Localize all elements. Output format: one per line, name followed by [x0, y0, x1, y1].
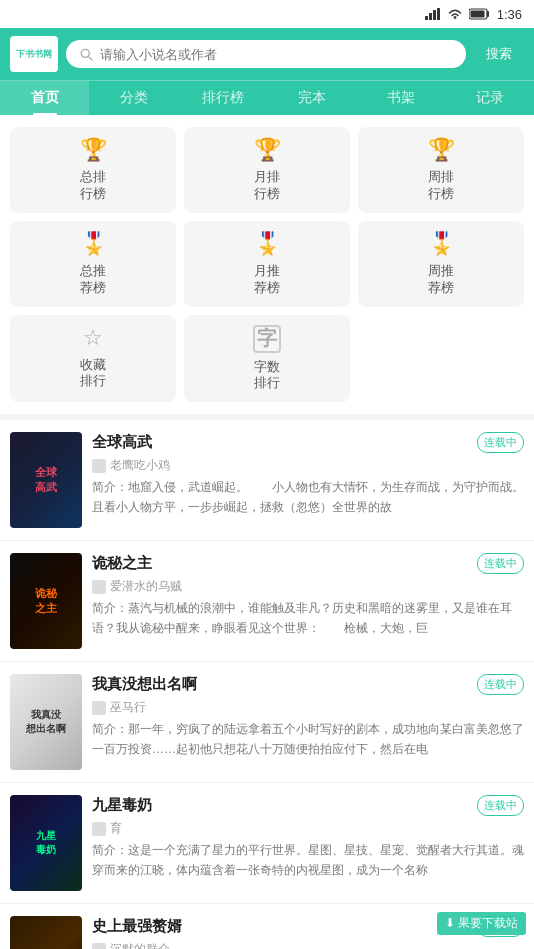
- rank-total-label: 总排行榜: [80, 169, 106, 203]
- svg-rect-0: [425, 16, 428, 20]
- rank-recommend-weekly[interactable]: 🎖️ 周推荐榜: [358, 221, 524, 307]
- trophy-monthly-icon: 🏆: [254, 137, 281, 163]
- book-info-3: 我真没想出名啊 连载中 巫马行 简介：那一年，穷疯了的陆远拿着五个小时写好的剧本…: [92, 674, 524, 770]
- book-author-row-4: 育: [92, 820, 524, 837]
- search-icon: [78, 46, 94, 62]
- svg-rect-3: [437, 8, 440, 20]
- status-badge-4: 连载中: [477, 795, 524, 816]
- book-item[interactable]: 我真没想出名啊 我真没想出名啊 连载中 巫马行 简介：那一年，穷疯了的陆远拿着五…: [0, 662, 534, 783]
- rank-words[interactable]: 字 字数排行: [184, 315, 350, 403]
- book-desc-2: 简介：蒸汽与机械的浪潮中，谁能触及非凡？历史和黑暗的迷雾里，又是谁在耳语？我从诡…: [92, 599, 524, 637]
- cover-text-1: 全球高武: [31, 461, 61, 500]
- book-title-row-4: 九星毒奶 连载中: [92, 795, 524, 816]
- nav-tabs: 首页 分类 排行榜 完本 书架 记录: [0, 80, 534, 115]
- svg-rect-5: [470, 11, 484, 18]
- book-author-row-5: 沉默的群众: [92, 941, 524, 949]
- tab-complete[interactable]: 完本: [267, 81, 356, 115]
- rank-weekly-label: 周排行榜: [428, 169, 454, 203]
- tab-bookshelf[interactable]: 书架: [356, 81, 445, 115]
- search-button[interactable]: 搜索: [474, 40, 524, 68]
- book-desc-4: 简介：这是一个充满了星力的平行世界。星图、星技、星宠、觉醒者大行其道。魂穿而来的…: [92, 841, 524, 879]
- tab-record[interactable]: 记录: [445, 81, 534, 115]
- cover-text-4: 九星毒奶: [32, 825, 60, 861]
- rank-recommend-weekly-label: 周推荐榜: [428, 263, 454, 297]
- medal-weekly-icon: 🎖️: [428, 231, 455, 257]
- battery-icon: [469, 8, 491, 20]
- svg-rect-1: [429, 13, 432, 20]
- book-cover-3: 我真没想出名啊: [10, 674, 82, 770]
- signal-icon: [425, 8, 441, 20]
- book-title-1: 全球高武: [92, 433, 152, 452]
- medal-total-icon: 🎖️: [80, 231, 107, 257]
- rankings-grid: 🏆 总排行榜 🏆 月排行榜 🏆 周排行榜 🎖️ 总推荐榜 🎖️ 月推荐榜 🎖️ …: [10, 127, 524, 402]
- rank-collect[interactable]: ☆ 收藏排行: [10, 315, 176, 403]
- trophy-icon: 🏆: [80, 137, 107, 163]
- rank-recommend-total-label: 总推荐榜: [80, 263, 106, 297]
- author-icon-1: [92, 459, 106, 473]
- rank-recommend-monthly[interactable]: 🎖️ 月推荐榜: [184, 221, 350, 307]
- book-item[interactable]: 全球高武 全球高武 连载中 老鹰吃小鸡 简介：地窟入侵，武道崛起。 小人物也有大…: [0, 420, 534, 541]
- book-title-row-1: 全球高武 连载中: [92, 432, 524, 453]
- search-input[interactable]: [100, 47, 454, 62]
- book-author-row-1: 老鹰吃小鸡: [92, 457, 524, 474]
- rank-words-label: 字数排行: [254, 359, 280, 393]
- book-item[interactable]: 诡秘之主 诡秘之主 连载中 爱潜水的乌贼 简介：蒸汽与机械的浪潮中，谁能触及非凡…: [0, 541, 534, 662]
- wifi-icon: [447, 8, 463, 20]
- rankings-section: 🏆 总排行榜 🏆 月排行榜 🏆 周排行榜 🎖️ 总推荐榜 🎖️ 月推荐榜 🎖️ …: [0, 115, 534, 414]
- author-icon-4: [92, 822, 106, 836]
- rank-recommend-total[interactable]: 🎖️ 总推荐榜: [10, 221, 176, 307]
- logo[interactable]: 下书书网: [10, 36, 58, 72]
- book-title-3: 我真没想出名啊: [92, 675, 197, 694]
- author-name-2: 爱潜水的乌贼: [110, 578, 182, 595]
- time-display: 1:36: [497, 7, 522, 22]
- book-title-5: 史上最强赘婿: [92, 917, 182, 936]
- book-info-4: 九星毒奶 连载中 育 简介：这是一个充满了星力的平行世界。星图、星技、星宠、觉醒…: [92, 795, 524, 891]
- author-icon-2: [92, 580, 106, 594]
- author-icon-5: [92, 943, 106, 949]
- book-author-row-2: 爱潜水的乌贼: [92, 578, 524, 595]
- book-desc-3: 简介：那一年，穷疯了的陆远拿着五个小时写好的剧本，成功地向某白富美忽悠了一百万投…: [92, 720, 524, 758]
- book-desc-1: 简介：地窟入侵，武道崛起。 小人物也有大情怀，为生存而战，为守护而战。 且看小人…: [92, 478, 524, 516]
- author-icon-3: [92, 701, 106, 715]
- search-bar[interactable]: [66, 40, 466, 68]
- rank-collect-label: 收藏排行: [80, 357, 106, 391]
- char-icon: 字: [253, 325, 281, 353]
- status-bar: 1:36: [0, 0, 534, 28]
- author-name-5: 沉默的群众: [110, 941, 170, 949]
- cover-text-3: 我真没想出名啊: [26, 708, 66, 736]
- tab-ranking[interactable]: 排行榜: [178, 81, 267, 115]
- book-cover-4: 九星毒奶: [10, 795, 82, 891]
- status-badge-1: 连载中: [477, 432, 524, 453]
- author-name-4: 育: [110, 820, 122, 837]
- book-title-4: 九星毒奶: [92, 796, 152, 815]
- book-title-2: 诡秘之主: [92, 554, 152, 573]
- star-icon: ☆: [83, 325, 103, 351]
- book-author-row-3: 巫马行: [92, 699, 524, 716]
- book-title-row-2: 诡秘之主 连载中: [92, 553, 524, 574]
- logo-text: 下书书网: [16, 49, 52, 60]
- book-item[interactable]: 九星毒奶 九星毒奶 连载中 育 简介：这是一个充满了星力的平行世界。星图、星技、…: [0, 783, 534, 904]
- rank-weekly[interactable]: 🏆 周排行榜: [358, 127, 524, 213]
- header: 下书书网 搜索: [0, 28, 534, 80]
- author-name-1: 老鹰吃小鸡: [110, 457, 170, 474]
- book-info-2: 诡秘之主 连载中 爱潜水的乌贼 简介：蒸汽与机械的浪潮中，谁能触及非凡？历史和黑…: [92, 553, 524, 649]
- book-cover-1: 全球高武: [10, 432, 82, 528]
- book-info-1: 全球高武 连载中 老鹰吃小鸡 简介：地窟入侵，武道崛起。 小人物也有大情怀，为生…: [92, 432, 524, 528]
- tab-home[interactable]: 首页: [0, 81, 89, 115]
- trophy-weekly-icon: 🏆: [428, 137, 455, 163]
- medal-monthly-icon: 🎖️: [254, 231, 281, 257]
- author-name-3: 巫马行: [110, 699, 146, 716]
- tab-category[interactable]: 分类: [89, 81, 178, 115]
- rank-monthly[interactable]: 🏆 月排行榜: [184, 127, 350, 213]
- book-list: 全球高武 全球高武 连载中 老鹰吃小鸡 简介：地窟入侵，武道崛起。 小人物也有大…: [0, 420, 534, 949]
- status-badge-3: 连载中: [477, 674, 524, 695]
- book-cover-2: 诡秘之主: [10, 553, 82, 649]
- svg-rect-2: [433, 10, 436, 20]
- rank-recommend-monthly-label: 月推荐榜: [254, 263, 280, 297]
- book-title-row-3: 我真没想出名啊 连载中: [92, 674, 524, 695]
- book-cover-5: 史上最强赘婿: [10, 916, 82, 949]
- status-badge-2: 连载中: [477, 553, 524, 574]
- rank-monthly-label: 月排行榜: [254, 169, 280, 203]
- rank-total[interactable]: 🏆 总排行榜: [10, 127, 176, 213]
- watermark: ⬇ 果要下载站: [437, 912, 526, 935]
